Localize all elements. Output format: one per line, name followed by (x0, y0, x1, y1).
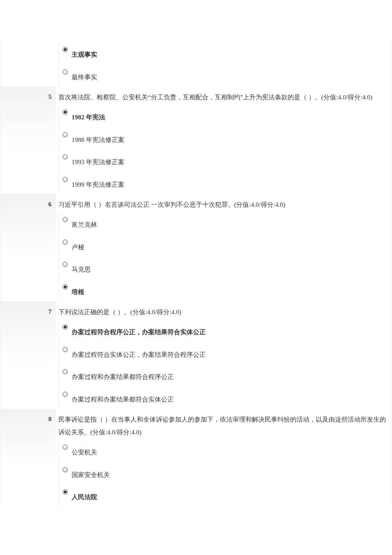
question-block-5: 5 首次将法院、检察院、公安机关“分工负责，互相配合，互相制约”上升为宪法条款的… (0, 87, 392, 194)
option-label: 1982 年宪法 (72, 109, 387, 124)
option-row[interactable]: 1982 年宪法 (59, 105, 387, 127)
radio-cell[interactable] (59, 176, 72, 182)
radio-icon[interactable] (63, 110, 68, 115)
radio-icon[interactable] (63, 154, 68, 159)
radio-cell[interactable] (59, 368, 72, 374)
radio-icon[interactable] (63, 347, 68, 352)
radio-cell[interactable] (59, 239, 72, 245)
question-block-7: 7 下列说法正确的是（ ）。(分值:4.0/得分:4.0) 办案过程符合程序公正… (0, 301, 392, 409)
option-label: 培根 (72, 283, 387, 298)
radio-cell[interactable] (59, 346, 72, 352)
question-number: 8 (0, 409, 56, 507)
question-text: 首次将法院、检察院、公安机关“分工负责，互相配合，互相制约”上升为宪法条款的是（… (58, 91, 387, 104)
option-label: 马克思 (72, 261, 387, 276)
option-label: 办案过程符合程序公正，办案结果符合实体公正 (72, 324, 387, 338)
radio-cell[interactable] (59, 46, 72, 52)
option-row[interactable]: 1999 年宪法修正案 (59, 173, 387, 194)
option-row[interactable]: 公安机关 (59, 440, 387, 462)
radio-icon[interactable] (63, 369, 68, 374)
option-row[interactable]: 办案过程和办案结果都符合程序公正 (59, 365, 387, 387)
option-label: 1999 年宪法修正案 (72, 176, 387, 191)
radio-icon[interactable] (63, 217, 68, 222)
option-row[interactable]: 1988 年宪法修正案 (59, 128, 387, 150)
option-row[interactable]: 办案过程符合程序公正，办案结果符合实体公正 (59, 320, 387, 342)
option-list: 富兰克林 卢梭 马克思 培根 (58, 213, 387, 301)
option-row[interactable]: 1993 年宪法修正案 (59, 150, 387, 172)
question-number: 6 (0, 194, 56, 301)
option-label: 主观事实 (72, 46, 387, 61)
option-label: 国家安全机关 (72, 466, 387, 481)
question-text: 民事诉讼是指（ ）在当事人和全体诉讼参加人的参加下，依法审理和解决民事纠纷的活动… (58, 413, 387, 439)
radio-icon[interactable] (63, 284, 68, 289)
option-row[interactable]: 办案过程符合实体公正，办案结果符合程序公正 (59, 343, 387, 364)
radio-icon[interactable] (63, 392, 68, 397)
option-list: 办案过程符合程序公正，办案结果符合实体公正 办案过程符合实体公正，办案结果符合程… (58, 320, 387, 409)
radio-icon[interactable] (63, 69, 68, 75)
option-list: 公安机关 国家安全机关 人民法院 (58, 440, 387, 507)
radio-cell[interactable] (59, 283, 72, 289)
question-block-8: 8 民事诉讼是指（ ）在当事人和全体诉讼参加人的参加下，依法审理和解决民事纠纷的… (0, 409, 392, 507)
question-body: 下列说法正确的是（ ）。(分值:4.0/得分:4.0) 办案过程符合程序公正，办… (56, 301, 392, 409)
option-row[interactable]: 培根 (59, 280, 387, 302)
option-label: 1993 年宪法修正案 (72, 153, 387, 168)
option-label: 最终事实 (72, 69, 387, 84)
option-row[interactable]: 最终事实 (59, 65, 387, 87)
question-number-col (0, 38, 56, 87)
question-block-prelude: 主观事实 最终事实 (0, 38, 392, 87)
radio-cell[interactable] (59, 109, 72, 115)
radio-cell[interactable] (59, 466, 72, 472)
option-row[interactable]: 卢梭 (59, 235, 387, 257)
radio-icon[interactable] (63, 47, 68, 52)
question-number: 5 (0, 87, 56, 194)
radio-icon[interactable] (63, 489, 68, 494)
option-label: 办案过程和办案结果都符合实体公正 (72, 391, 387, 406)
option-row[interactable]: 马克思 (59, 257, 387, 279)
option-label: 富兰克林 (72, 216, 387, 231)
question-body: 首次将法院、检察院、公安机关“分工负责，互相配合，互相制约”上升为宪法条款的是（… (56, 87, 392, 194)
option-label: 卢梭 (72, 239, 387, 254)
option-label: 公安机关 (72, 444, 387, 459)
question-text: 下列说法正确的是（ ）。(分值:4.0/得分:4.0) (58, 306, 387, 318)
radio-cell[interactable] (59, 444, 72, 450)
quiz-page: 主观事实 最终事实 5 首次将法院、检察院、公安机关“分工负责，互相配合，互相制… (0, 0, 392, 532)
radio-icon[interactable] (63, 240, 68, 245)
option-row[interactable]: 富兰克林 (59, 213, 387, 234)
option-row[interactable]: 国家安全机关 (59, 463, 387, 485)
option-list: 主观事实 最终事实 (58, 43, 387, 87)
option-label: 办案过程符合实体公正，办案结果符合程序公正 (72, 346, 387, 361)
option-label: 人民法院 (72, 489, 387, 503)
question-body: 习近平引用（ ）名言谈司法公正 一次审判不公恶于十次犯罪。(分值:4.0/得分:… (56, 194, 392, 301)
option-list: 1982 年宪法 1988 年宪法修正案 1993 年宪法修正案 1999 年宪… (58, 105, 387, 194)
option-row[interactable]: 主观事实 (59, 43, 387, 64)
radio-icon[interactable] (63, 177, 68, 182)
radio-cell[interactable] (59, 153, 72, 159)
radio-cell[interactable] (59, 324, 72, 330)
radio-cell[interactable] (59, 216, 72, 222)
radio-icon[interactable] (63, 467, 68, 472)
radio-cell[interactable] (59, 131, 72, 137)
question-text: 习近平引用（ ）名言谈司法公正 一次审判不公恶于十次犯罪。(分值:4.0/得分:… (58, 198, 387, 211)
option-label: 1988 年宪法修正案 (72, 131, 387, 146)
radio-cell[interactable] (59, 69, 72, 75)
option-row[interactable]: 办案过程和办案结果都符合实体公正 (59, 387, 387, 409)
radio-cell[interactable] (59, 391, 72, 397)
radio-icon[interactable] (63, 132, 68, 137)
radio-icon[interactable] (63, 445, 68, 450)
radio-cell[interactable] (59, 489, 72, 494)
question-block-6: 6 习近平引用（ ）名言谈司法公正 一次审判不公恶于十次犯罪。(分值:4.0/得… (0, 194, 392, 301)
option-label: 办案过程和办案结果都符合程序公正 (72, 368, 387, 383)
radio-icon[interactable] (63, 262, 68, 267)
question-number: 7 (0, 301, 56, 409)
radio-icon[interactable] (63, 324, 68, 330)
question-body: 民事诉讼是指（ ）在当事人和全体诉讼参加人的参加下，依法审理和解决民事纠纷的活动… (56, 409, 392, 507)
radio-cell[interactable] (59, 261, 72, 267)
question-body: 主观事实 最终事实 (56, 38, 392, 87)
option-row[interactable]: 人民法院 (59, 485, 387, 507)
